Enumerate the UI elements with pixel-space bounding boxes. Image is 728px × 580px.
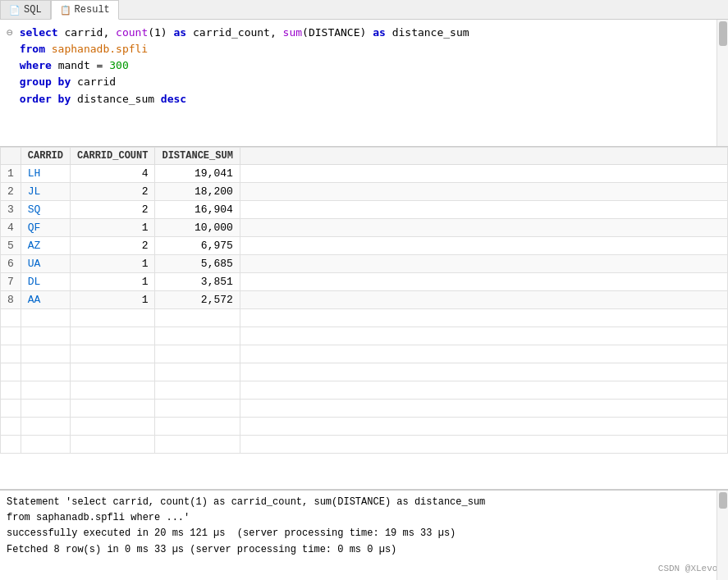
cell-empty [21,418,70,436]
table-row: 5 AZ 2 6,975 [1,237,728,255]
result-area[interactable]: CARRID CARRID_COUNT DISTANCE_SUM 1 LH 4 … [0,147,728,490]
cell-empty [71,345,155,363]
cell-spacer [240,237,727,255]
cell-count: 1 [71,273,155,291]
cell-rownum: 8 [1,291,21,309]
cell-carrid: LH [21,165,70,183]
cell-empty [21,381,70,400]
cell-empty [1,363,21,381]
col-header-carrid: CARRID [21,148,70,165]
cell-empty [240,363,727,381]
cell-empty [1,436,21,454]
status-text: Statement 'select carrid, count(1) as ca… [7,495,721,558]
cell-rownum: 6 [1,255,21,273]
cell-empty [1,381,21,400]
cell-empty [21,363,70,381]
sql-editor[interactable]: ⊖ select carrid, count(1) as carrid_coun… [0,20,728,147]
col-header-spacer [240,148,727,165]
cell-count: 2 [71,201,155,219]
table-row-empty [1,345,728,363]
table-row: 7 DL 1 3,851 [1,273,728,291]
cell-empty [21,436,70,454]
cell-carrid: QF [21,219,70,237]
cell-spacer [240,201,727,219]
cell-empty [240,436,727,454]
table-row: 6 UA 1 5,685 [1,255,728,273]
cell-count: 4 [71,165,155,183]
table-row-empty [1,327,728,345]
sql-tab-icon: 📄 [9,5,21,16]
cell-dist: 10,000 [155,219,240,237]
cell-carrid: UA [21,255,70,273]
col-header-distance-sum: DISTANCE_SUM [155,148,240,165]
tab-result[interactable]: 📋 Result [51,0,119,20]
sql-code: ⊖ select carrid, count(1) as carrid_coun… [7,25,721,107]
cell-dist: 16,904 [155,201,240,219]
cell-dist: 2,572 [155,291,240,309]
cell-spacer [240,273,727,291]
cell-count: 1 [71,291,155,309]
cell-empty [155,436,240,454]
table-header-row: CARRID CARRID_COUNT DISTANCE_SUM [1,148,728,165]
cell-spacer [240,183,727,201]
cell-empty [155,363,240,381]
cell-dist: 19,041 [155,165,240,183]
status-scrollbar[interactable] [717,491,728,580]
table-row-empty [1,400,728,418]
table-row: 1 LH 4 19,041 [1,165,728,183]
cell-spacer [240,255,727,273]
cell-rownum: 2 [1,183,21,201]
cell-empty [1,418,21,436]
cell-empty [240,400,727,418]
table-row-empty [1,363,728,381]
cell-empty [240,345,727,363]
cell-count: 1 [71,255,155,273]
cell-empty [240,309,727,327]
tab-sql[interactable]: 📄 SQL [0,0,51,19]
table-row: 8 AA 1 2,572 [1,291,728,309]
cell-empty [71,327,155,345]
result-table: CARRID CARRID_COUNT DISTANCE_SUM 1 LH 4 … [0,147,728,454]
editor-scrollbar[interactable] [717,20,728,146]
cell-carrid: DL [21,273,70,291]
cell-rownum: 1 [1,165,21,183]
cell-empty [21,345,70,363]
result-tab-icon: 📋 [60,5,71,16]
watermark: CSDN @XLevor [658,562,723,577]
status-scrollbar-thumb [719,492,727,509]
cell-carrid: JL [21,183,70,201]
cell-dist: 18,200 [155,183,240,201]
table-row-empty [1,381,728,400]
tab-sql-label: SQL [24,4,42,16]
cell-empty [155,309,240,327]
cell-rownum: 7 [1,273,21,291]
cell-empty [71,400,155,418]
cell-empty [1,345,21,363]
table-row: 3 SQ 2 16,904 [1,201,728,219]
cell-count: 2 [71,183,155,201]
cell-empty [155,400,240,418]
cell-dist: 3,851 [155,273,240,291]
cell-rownum: 3 [1,201,21,219]
cell-carrid: SQ [21,201,70,219]
status-bar: Statement 'select carrid, count(1) as ca… [0,490,728,580]
col-header-rownum [1,148,21,165]
cell-empty [71,381,155,400]
table-row: 2 JL 2 18,200 [1,183,728,201]
cell-dist: 6,975 [155,237,240,255]
cell-spacer [240,219,727,237]
cell-empty [21,327,70,345]
tab-result-label: Result [75,4,110,16]
table-row-empty [1,309,728,327]
cell-spacer [240,291,727,309]
cell-empty [240,381,727,400]
cell-carrid: AZ [21,237,70,255]
cell-empty [155,381,240,400]
tab-bar: 📄 SQL 📋 Result [0,0,728,20]
cell-empty [71,436,155,454]
col-header-carrid-count: CARRID_COUNT [71,148,155,165]
cell-empty [71,418,155,436]
cell-empty [1,327,21,345]
cell-empty [155,327,240,345]
editor-scrollbar-thumb [719,21,727,46]
